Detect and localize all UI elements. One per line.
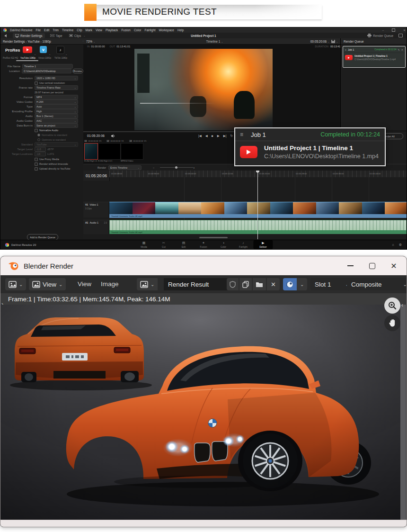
fake-user-button[interactable] xyxy=(227,278,239,290)
zoom-in-tool-button[interactable] xyxy=(384,298,400,314)
page-tab-edit[interactable]: ▤ Edit xyxy=(174,241,194,248)
home-icon[interactable]: ⌂ xyxy=(392,243,394,246)
blender-maximize-button[interactable] xyxy=(361,263,383,269)
standard-select[interactable]: YouTube xyxy=(35,142,78,147)
use-proxy-checkbox[interactable] xyxy=(35,158,38,161)
render-queue-toolbar-button[interactable]: Render Queue xyxy=(365,33,396,38)
skip-forward-button[interactable]: ▶| xyxy=(223,134,227,138)
viewer-zoom-select[interactable]: 73% xyxy=(86,40,95,43)
panel-toggle-icon[interactable] xyxy=(398,34,403,37)
preset-label-prores[interactable]: ProRes 422 HQ xyxy=(3,57,18,59)
frame-rate-select[interactable]: Timeline Frame Rate xyxy=(35,85,78,90)
right-panel-collapse-icon[interactable]: ‹ xyxy=(401,302,403,308)
encoding-profile-select[interactable]: High xyxy=(35,109,78,114)
page-tab-cut[interactable]: ✂ Cut xyxy=(154,241,174,248)
audio-clip[interactable]: Titanfall Cinematic Trailer 4K.mp4 xyxy=(109,220,407,234)
preset-vimeo-chevron-icon[interactable] xyxy=(48,48,51,57)
editor-type-button[interactable]: ⌄ xyxy=(5,278,26,290)
target-level-input[interactable]: -1.0 xyxy=(35,147,46,152)
blender-close-button[interactable]: ✕ xyxy=(383,261,405,271)
blender-titlebar[interactable]: Blender Render ✕ xyxy=(0,256,407,275)
menu-playback[interactable]: Playback xyxy=(106,28,118,32)
preset-tiktok-chevron-icon[interactable] xyxy=(64,48,67,57)
timeline-scrollbar[interactable] xyxy=(199,237,228,238)
audio-track-header[interactable]: A1 Audio 1 2.0 xyxy=(83,220,109,234)
preset-vimeo-icon[interactable]: v xyxy=(40,46,47,53)
job-drag-handle-icon[interactable]: ≡ xyxy=(345,48,346,51)
pin-chevron-button[interactable]: ⌄ xyxy=(297,278,307,290)
menu-workspace[interactable]: Workspace xyxy=(159,28,174,32)
skip-back-button[interactable]: |◀ xyxy=(198,134,202,138)
preset-youtube-chevron-icon[interactable] xyxy=(33,48,36,57)
page-tab-deliver[interactable]: ▶ Deliver xyxy=(254,240,273,249)
no-timecode-checkbox[interactable] xyxy=(35,162,38,166)
view-mode-dropdown[interactable]: View ⌄ xyxy=(29,278,66,290)
timeline-select[interactable]: Timeline 1 xyxy=(206,40,223,43)
speaker-icon[interactable] xyxy=(111,134,115,138)
pan-tool-button[interactable] xyxy=(384,315,400,331)
settings-gear-icon[interactable]: ⚙ xyxy=(399,243,402,247)
preset-tiktok-icon[interactable]: ♪ xyxy=(56,46,64,54)
menu-fusion[interactable]: Fusion xyxy=(121,28,131,32)
menu-trim[interactable]: Trim xyxy=(53,28,59,32)
preset-label-vimeo[interactable]: Vimeo 1080p xyxy=(38,57,51,59)
stop-button[interactable]: ■ xyxy=(212,134,213,137)
preset-label-tiktok[interactable]: TikTok 1080p xyxy=(54,57,67,59)
image-datablock-button[interactable]: ⌄ xyxy=(137,278,158,290)
normalize-audio-checkbox[interactable] xyxy=(35,129,38,132)
resolve-minimize-button[interactable]: – xyxy=(382,29,384,32)
zoom-out-icon[interactable]: − xyxy=(153,166,154,169)
job-remove-icon[interactable]: ✕ xyxy=(401,48,403,51)
menu-edit[interactable]: Edit xyxy=(44,28,49,32)
viewer-timecode[interactable]: 00:05:20:06 xyxy=(310,40,330,43)
resolve-maximize-button[interactable] xyxy=(392,28,395,32)
blender-minimize-button[interactable] xyxy=(339,265,361,266)
job2-thumbnail[interactable] xyxy=(98,143,121,160)
job-edit-icon[interactable]: ✎ xyxy=(398,48,400,51)
render-settings-button[interactable]: Render Settings xyxy=(13,33,45,38)
resolve-close-button[interactable]: ✕ xyxy=(403,28,406,32)
job3-thumbnail[interactable] xyxy=(121,143,143,160)
preset-youtube-icon[interactable] xyxy=(23,46,32,53)
menu-mark[interactable]: Mark xyxy=(86,28,92,32)
normalize-std-radio[interactable] xyxy=(37,134,40,136)
location-input[interactable]: C:\Users\LENOVO\Desktop xyxy=(22,69,71,73)
unlink-button[interactable]: ✕ xyxy=(267,278,280,290)
page-tab-media[interactable]: ▦ Media xyxy=(134,241,154,248)
datablock-name-field[interactable]: Render Result xyxy=(164,278,233,290)
video-clip[interactable]: Titanfall Cinematic Trailer 4K.mp4 xyxy=(109,202,407,217)
speaker-toggle-icon[interactable] xyxy=(2,33,11,38)
timeline-playhead[interactable] xyxy=(257,171,258,239)
video-codec-select[interactable]: H.264 xyxy=(35,99,78,104)
burn-in-select[interactable]: Same as project xyxy=(35,123,78,128)
menu-timeline[interactable]: Timeline xyxy=(62,28,73,32)
vertical-res-checkbox[interactable] xyxy=(35,81,38,85)
page-tab-color[interactable]: ◑ Color xyxy=(214,241,233,248)
menu-color[interactable]: Color xyxy=(134,28,142,32)
menu-view[interactable]: View xyxy=(78,280,91,288)
target-loudness-input[interactable]: -14 xyxy=(35,152,46,156)
render-queue-job-card[interactable]: ≡ Job 1 Completed in 00:12:24 ✎ ✕ Untitl… xyxy=(343,46,406,68)
save-icon[interactable] xyxy=(331,40,335,43)
file-name-input[interactable]: Timeline 1 xyxy=(22,64,73,69)
menu-clip[interactable]: Clip xyxy=(77,28,82,32)
clips-button[interactable]: Clips xyxy=(67,33,88,38)
menu-view[interactable]: View xyxy=(96,28,102,32)
menu-davinci-resolve[interactable]: DaVinci Resolve xyxy=(10,28,33,32)
save-chevron-icon[interactable] xyxy=(335,40,338,43)
loop-button[interactable]: ↻ xyxy=(230,134,232,138)
render-scope-select[interactable]: Entire Timeline xyxy=(108,165,142,170)
preset-scroll-indicator[interactable] xyxy=(16,60,38,61)
menu-image[interactable]: Image xyxy=(101,280,119,288)
upload-youtube-checkbox[interactable] xyxy=(35,167,38,171)
audio-select[interactable]: Bus 1 (Stereo) xyxy=(35,114,78,118)
step-back-button[interactable]: ◀ xyxy=(205,134,208,138)
open-image-button[interactable] xyxy=(253,278,266,290)
job1-thumbnail[interactable] xyxy=(84,143,98,160)
pass-select[interactable]: Composite ⌄ xyxy=(347,278,407,290)
zoom-slider[interactable] xyxy=(160,167,193,168)
zoom-in-icon[interactable]: + xyxy=(193,166,195,169)
play-button[interactable]: ▶ xyxy=(217,134,220,138)
tape-button[interactable]: Tape xyxy=(48,33,65,38)
preset-prores[interactable]: ProRes xyxy=(5,48,20,53)
